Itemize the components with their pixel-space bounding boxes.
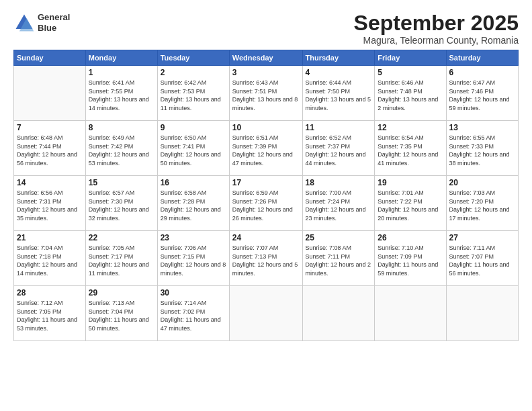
- week-row-2: 7Sunrise: 6:48 AMSunset: 7:44 PMDaylight…: [14, 121, 519, 176]
- day-cell: 23Sunrise: 7:06 AMSunset: 7:15 PMDayligh…: [157, 231, 229, 286]
- daylight-text: Daylight: 13 hours and 2 minutes.: [378, 95, 443, 112]
- day-number: 13: [449, 123, 515, 132]
- day-info: Sunrise: 6:59 AMSunset: 7:26 PMDaylight:…: [232, 189, 300, 222]
- day-info: Sunrise: 7:13 AMSunset: 7:04 PMDaylight:…: [89, 299, 154, 332]
- sunrise-text: Sunrise: 6:42 AM: [161, 79, 226, 87]
- day-cell: 21Sunrise: 7:04 AMSunset: 7:18 PMDayligh…: [14, 231, 86, 286]
- day-info: Sunrise: 6:51 AMSunset: 7:39 PMDaylight:…: [232, 134, 300, 167]
- sunrise-text: Sunrise: 6:52 AM: [306, 134, 372, 142]
- day-cell: 16Sunrise: 6:58 AMSunset: 7:28 PMDayligh…: [157, 176, 229, 231]
- sunrise-text: Sunrise: 7:08 AM: [306, 244, 372, 253]
- day-number: 12: [378, 123, 443, 132]
- day-info: Sunrise: 7:01 AMSunset: 7:22 PMDaylight:…: [378, 189, 443, 222]
- week-row-4: 21Sunrise: 7:04 AMSunset: 7:18 PMDayligh…: [14, 231, 519, 286]
- logo-text: General Blue: [38, 12, 70, 33]
- day-info: Sunrise: 6:44 AMSunset: 7:50 PMDaylight:…: [306, 79, 372, 112]
- weekday-header-friday: Friday: [375, 50, 446, 66]
- day-number: 11: [306, 123, 372, 132]
- day-info: Sunrise: 7:00 AMSunset: 7:24 PMDaylight:…: [306, 189, 372, 222]
- day-info: Sunrise: 6:52 AMSunset: 7:37 PMDaylight:…: [306, 134, 372, 167]
- daylight-text: Daylight: 12 hours and 17 minutes.: [449, 205, 515, 222]
- sunset-text: Sunset: 7:30 PM: [89, 197, 154, 206]
- day-number: 28: [17, 288, 83, 298]
- day-number: 25: [306, 233, 372, 242]
- sunrise-text: Sunrise: 6:56 AM: [17, 189, 83, 197]
- day-number: 21: [17, 233, 83, 242]
- sunrise-text: Sunrise: 7:14 AM: [161, 299, 226, 308]
- day-number: 7: [17, 123, 83, 132]
- day-number: 10: [232, 123, 300, 132]
- sunset-text: Sunset: 7:50 PM: [306, 87, 372, 96]
- day-info: Sunrise: 6:46 AMSunset: 7:48 PMDaylight:…: [378, 79, 443, 112]
- day-cell: 8Sunrise: 6:49 AMSunset: 7:42 PMDaylight…: [85, 121, 157, 176]
- day-info: Sunrise: 6:55 AMSunset: 7:33 PMDaylight:…: [449, 134, 515, 167]
- day-info: Sunrise: 6:56 AMSunset: 7:31 PMDaylight:…: [17, 189, 83, 222]
- day-info: Sunrise: 7:05 AMSunset: 7:17 PMDaylight:…: [89, 244, 154, 277]
- day-number: 16: [161, 178, 226, 187]
- sunset-text: Sunset: 7:09 PM: [378, 253, 443, 261]
- day-number: 3: [232, 68, 300, 77]
- sunset-text: Sunset: 7:37 PM: [306, 142, 372, 151]
- daylight-text: Daylight: 12 hours and 20 minutes.: [378, 205, 443, 222]
- sunrise-text: Sunrise: 7:12 AM: [17, 299, 83, 308]
- day-info: Sunrise: 6:42 AMSunset: 7:53 PMDaylight:…: [161, 79, 226, 112]
- sunrise-text: Sunrise: 6:47 AM: [449, 79, 515, 87]
- day-number: 18: [306, 178, 372, 187]
- sunset-text: Sunset: 7:42 PM: [89, 142, 154, 151]
- day-cell: 4Sunrise: 6:44 AMSunset: 7:50 PMDaylight…: [302, 66, 375, 121]
- daylight-text: Daylight: 12 hours and 26 minutes.: [232, 205, 300, 222]
- day-cell: 15Sunrise: 6:57 AMSunset: 7:30 PMDayligh…: [85, 176, 157, 231]
- sunset-text: Sunset: 7:31 PM: [17, 197, 83, 206]
- daylight-text: Daylight: 12 hours and 5 minutes.: [232, 261, 300, 277]
- calendar: SundayMondayTuesdayWednesdayThursdayFrid…: [13, 50, 519, 341]
- sunset-text: Sunset: 7:18 PM: [17, 253, 83, 261]
- day-number: 26: [378, 233, 443, 242]
- sunset-text: Sunset: 7:51 PM: [232, 87, 300, 96]
- daylight-text: Daylight: 12 hours and 32 minutes.: [89, 205, 154, 222]
- day-number: 30: [161, 288, 226, 298]
- sunrise-text: Sunrise: 6:57 AM: [89, 189, 154, 197]
- day-number: 14: [17, 178, 83, 187]
- sunrise-text: Sunrise: 7:04 AM: [17, 244, 83, 253]
- day-cell: 6Sunrise: 6:47 AMSunset: 7:46 PMDaylight…: [446, 66, 518, 121]
- daylight-text: Daylight: 13 hours and 14 minutes.: [89, 95, 154, 112]
- sunset-text: Sunset: 7:24 PM: [306, 197, 372, 206]
- sunset-text: Sunset: 7:04 PM: [89, 308, 154, 316]
- day-cell: 14Sunrise: 6:56 AMSunset: 7:31 PMDayligh…: [14, 176, 86, 231]
- sunset-text: Sunset: 7:28 PM: [161, 197, 226, 206]
- day-cell: 5Sunrise: 6:46 AMSunset: 7:48 PMDaylight…: [375, 66, 446, 121]
- day-info: Sunrise: 6:47 AMSunset: 7:46 PMDaylight:…: [449, 79, 515, 112]
- daylight-text: Daylight: 13 hours and 8 minutes.: [232, 95, 300, 112]
- daylight-text: Daylight: 11 hours and 56 minutes.: [449, 261, 515, 277]
- day-cell: 20Sunrise: 7:03 AMSunset: 7:20 PMDayligh…: [446, 176, 518, 231]
- day-cell: [229, 286, 302, 341]
- day-cell: 9Sunrise: 6:50 AMSunset: 7:41 PMDaylight…: [157, 121, 229, 176]
- sunrise-text: Sunrise: 7:00 AM: [306, 189, 372, 197]
- sunset-text: Sunset: 7:20 PM: [449, 197, 515, 206]
- day-cell: 1Sunrise: 6:41 AMSunset: 7:55 PMDaylight…: [85, 66, 157, 121]
- day-cell: 17Sunrise: 6:59 AMSunset: 7:26 PMDayligh…: [229, 176, 302, 231]
- day-info: Sunrise: 6:41 AMSunset: 7:55 PMDaylight:…: [89, 79, 154, 112]
- sunrise-text: Sunrise: 7:06 AM: [161, 244, 226, 253]
- week-row-3: 14Sunrise: 6:56 AMSunset: 7:31 PMDayligh…: [14, 176, 519, 231]
- sunrise-text: Sunrise: 6:41 AM: [89, 79, 154, 87]
- sunset-text: Sunset: 7:41 PM: [161, 142, 226, 151]
- sunset-text: Sunset: 7:46 PM: [449, 87, 515, 96]
- day-number: 8: [89, 123, 154, 132]
- day-info: Sunrise: 7:04 AMSunset: 7:18 PMDaylight:…: [17, 244, 83, 277]
- daylight-text: Daylight: 12 hours and 44 minutes.: [306, 150, 372, 167]
- daylight-text: Daylight: 12 hours and 35 minutes.: [17, 205, 83, 222]
- daylight-text: Daylight: 12 hours and 11 minutes.: [89, 261, 154, 277]
- sunrise-text: Sunrise: 7:01 AM: [378, 189, 443, 197]
- weekday-header-thursday: Thursday: [302, 50, 375, 66]
- daylight-text: Daylight: 12 hours and 29 minutes.: [161, 205, 226, 222]
- day-cell: 7Sunrise: 6:48 AMSunset: 7:44 PMDaylight…: [14, 121, 86, 176]
- sunrise-text: Sunrise: 6:51 AM: [232, 134, 300, 142]
- day-cell: 18Sunrise: 7:00 AMSunset: 7:24 PMDayligh…: [302, 176, 375, 231]
- day-number: 9: [161, 123, 226, 132]
- day-info: Sunrise: 7:11 AMSunset: 7:07 PMDaylight:…: [449, 244, 515, 277]
- sunrise-text: Sunrise: 6:46 AM: [378, 79, 443, 87]
- day-info: Sunrise: 6:48 AMSunset: 7:44 PMDaylight:…: [17, 134, 83, 167]
- day-cell: [14, 66, 86, 121]
- week-row-5: 28Sunrise: 7:12 AMSunset: 7:05 PMDayligh…: [14, 286, 519, 341]
